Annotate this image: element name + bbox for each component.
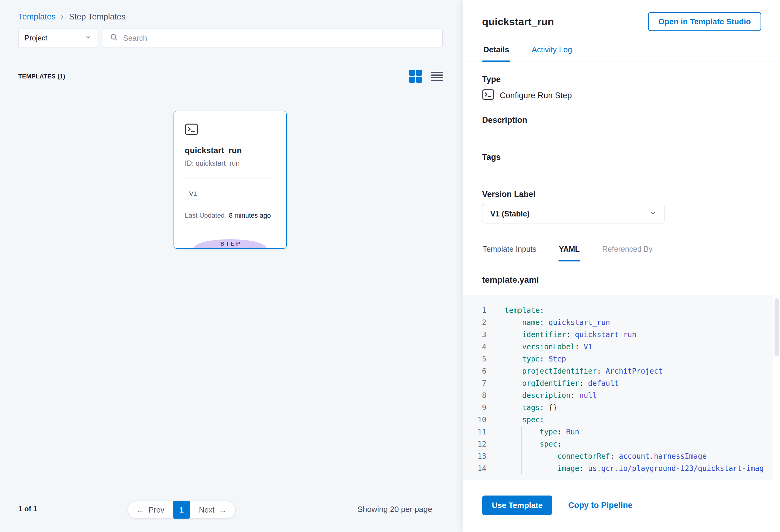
yaml-line-number: 9 [463, 401, 486, 414]
yaml-line-number: 1 [463, 304, 486, 317]
breadcrumb-templates-link[interactable]: Templates [18, 12, 56, 21]
yaml-filename: template.yaml [463, 261, 780, 295]
prev-page-button[interactable]: ← Prev [128, 501, 173, 519]
yaml-line: tags: {} [504, 401, 764, 414]
yaml-line: description: null [504, 389, 764, 401]
per-page-summary: Showing 20 per page [357, 504, 432, 514]
yaml-line-number: 11 [463, 426, 486, 438]
tags-label: Tags [482, 153, 761, 162]
version-dropdown-value: V1 (Stable) [490, 209, 530, 218]
yaml-line: identifier: quickstart_run [504, 329, 764, 341]
template-card[interactable]: quickstart_run ID: quickstart_run V1 Las… [174, 111, 287, 249]
right-arrow-icon: → [219, 505, 227, 515]
template-details-drawer: quickstart_run Open in Template Studio D… [463, 0, 780, 532]
prev-label: Prev [149, 505, 164, 514]
type-value: Configure Run Step [500, 91, 572, 100]
yaml-line-number: 12 [463, 438, 486, 450]
yaml-line-number: 10 [463, 414, 486, 426]
drawer-title: quickstart_run [482, 16, 554, 28]
template-card-id: ID: quickstart_run [185, 159, 240, 167]
tags-value: - [482, 167, 761, 176]
yaml-line-number: 13 [463, 450, 486, 463]
search-box[interactable] [103, 29, 443, 47]
yaml-line: versionLabel: V1 [504, 341, 764, 353]
breadcrumb-current: Step Templates [69, 12, 126, 21]
grid-view-icon[interactable] [409, 70, 422, 83]
yaml-line-number: 4 [463, 341, 486, 353]
description-value: - [482, 130, 761, 139]
drawer-actions: Use Template Copy to Pipeline [463, 480, 780, 515]
version-label: Version Label [482, 190, 761, 199]
yaml-line: image: us.gcr.io/playground-123/quicksta… [504, 463, 764, 475]
yaml-line-number: 8 [463, 389, 486, 401]
scope-dropdown-value: Project [25, 34, 47, 42]
search-input[interactable] [123, 34, 436, 43]
type-label: Type [482, 75, 761, 84]
yaml-line: orgIdentifier: default [504, 377, 764, 389]
use-template-button[interactable]: Use Template [482, 495, 552, 515]
yaml-scrollbar[interactable] [773, 295, 780, 480]
step-type-badge: STEP [194, 239, 266, 248]
pager: ← Prev 1 Next → [128, 501, 236, 519]
yaml-editor[interactable]: 1234567891011121314 template: name: quic… [463, 295, 780, 480]
next-label: Next [199, 505, 214, 514]
yaml-line: name: quickstart_run [504, 317, 764, 329]
yaml-line-number: 7 [463, 377, 486, 389]
chevron-down-icon [85, 34, 91, 42]
yaml-line-number: 5 [463, 353, 486, 365]
last-updated-row: Last Updated 8 minutes ago [185, 211, 271, 220]
next-page-button[interactable]: Next → [190, 501, 235, 519]
scope-dropdown[interactable]: Project [18, 29, 97, 47]
yaml-gutter: 1234567891011121314 [463, 295, 486, 480]
run-step-icon [185, 124, 198, 136]
type-row: Configure Run Step [482, 89, 761, 102]
tab-activity-log[interactable]: Activity Log [530, 42, 573, 61]
breadcrumb-chevron-icon [59, 14, 65, 20]
template-card-title: quickstart_run [185, 146, 242, 155]
indent-guide [521, 427, 522, 475]
tab-template-inputs[interactable]: Template Inputs [482, 240, 537, 261]
chevron-down-icon [649, 209, 656, 218]
last-updated-label: Last Updated [185, 211, 225, 220]
yaml-line: template: [504, 304, 764, 317]
yaml-line: type: Run [504, 426, 764, 438]
yaml-section-tabs: Template Inputs YAML Referenced By [463, 240, 780, 261]
yaml-line-number: 14 [463, 463, 486, 475]
details-section: Type Configure Run Step Description - Ta… [463, 61, 780, 224]
page-count-summary: 1 of 1 [18, 504, 37, 513]
open-template-studio-button[interactable]: Open in Template Studio [648, 12, 761, 31]
drawer-header: quickstart_run Open in Template Studio [463, 0, 780, 31]
yaml-line: spec: [504, 414, 764, 426]
drawer-tabs: Details Activity Log [463, 42, 780, 61]
yaml-line: connectorRef: account.harnessImage [504, 450, 764, 463]
yaml-line: projectIdentifier: ArchitProject [504, 365, 764, 377]
page-1-button[interactable]: 1 [173, 501, 190, 519]
tab-details[interactable]: Details [482, 42, 510, 61]
scrollbar-thumb[interactable] [775, 298, 779, 356]
yaml-line: spec: [504, 438, 764, 450]
search-icon [110, 33, 118, 43]
copy-to-pipeline-link[interactable]: Copy to Pipeline [568, 501, 633, 510]
view-toggles [409, 70, 443, 83]
left-arrow-icon: ← [137, 505, 144, 515]
templates-list-panel: Templates Step Templates Project TEMPLAT… [0, 0, 463, 532]
breadcrumb: Templates Step Templates [18, 12, 126, 21]
version-badge: V1 [185, 188, 201, 199]
tab-yaml[interactable]: YAML [558, 240, 581, 261]
yaml-line-number: 3 [463, 329, 486, 341]
card-divider [185, 178, 276, 179]
yaml-line-number: 6 [463, 365, 486, 377]
last-updated-value: 8 minutes ago [229, 211, 271, 220]
description-label: Description [482, 115, 761, 125]
yaml-line-number: 2 [463, 317, 486, 329]
yaml-code: template: name: quickstart_run identifie… [486, 295, 764, 480]
yaml-line: type: Step [504, 353, 764, 365]
list-view-icon[interactable] [431, 71, 443, 82]
templates-count-header: TEMPLATES (1) [18, 73, 65, 80]
version-dropdown[interactable]: V1 (Stable) [482, 204, 665, 224]
run-step-icon [482, 89, 494, 102]
tab-referenced-by[interactable]: Referenced By [601, 240, 653, 261]
